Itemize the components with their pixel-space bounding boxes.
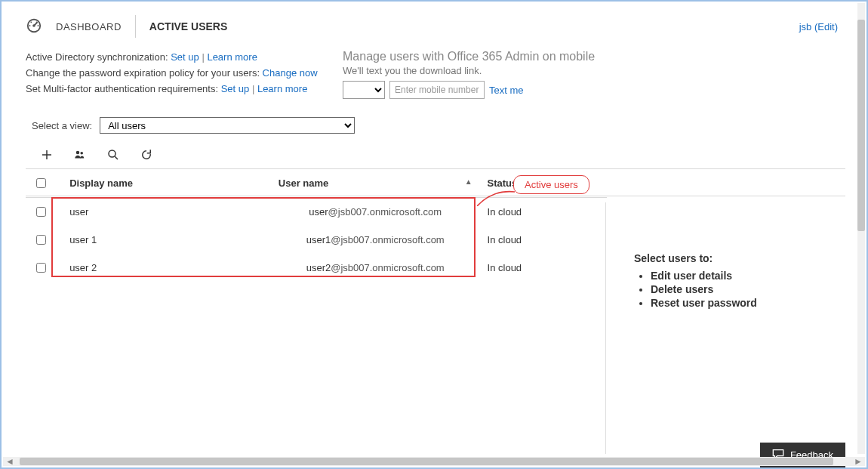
side-panel: Select users to: Edit user detailsDelete…	[634, 252, 823, 310]
svg-point-8	[80, 152, 83, 155]
row-checkbox[interactable]	[36, 235, 46, 245]
annotation-callout: Active users	[513, 175, 589, 194]
row-checkbox[interactable]	[36, 263, 46, 273]
side-separator	[605, 202, 606, 454]
mobile-promo-subtext: We'll text you the download link.	[343, 65, 833, 76]
cell-status: In cloud	[480, 226, 607, 254]
cell-display-name: user 2	[62, 254, 271, 282]
text-me-link[interactable]: Text me	[489, 85, 524, 96]
vertical-scrollbar[interactable]	[857, 3, 865, 454]
pwd-policy-label: Change the password expiration policy fo…	[26, 67, 263, 79]
svg-point-6	[38, 25, 39, 26]
cell-display-name: user 1	[62, 226, 271, 254]
svg-point-5	[36, 21, 38, 23]
search-button[interactable]	[106, 147, 121, 162]
bulk-users-button[interactable]	[72, 147, 88, 162]
mobile-number-input[interactable]	[389, 81, 485, 99]
cell-user-name: user1@jsb007.onmicrosoft.com	[271, 226, 480, 254]
view-select[interactable]: All users	[100, 117, 355, 134]
page-title: ACTIVE USERS	[149, 20, 227, 32]
svg-point-9	[109, 150, 115, 157]
dashboard-gauge-icon	[26, 17, 42, 36]
ad-sync-learn-link[interactable]: Learn more	[207, 51, 257, 63]
cell-user-name: user@jsb007.onmicrosoft.com	[271, 198, 480, 227]
col-user-name[interactable]: User name ▲	[271, 169, 480, 198]
horizontal-scrollbar[interactable]: ◄ ►	[3, 457, 865, 466]
side-action-item: Edit user details	[651, 269, 823, 282]
dashboard-link[interactable]: DASHBOARD	[56, 21, 122, 32]
select-all-checkbox[interactable]	[36, 178, 46, 188]
mobile-country-select[interactable]	[343, 81, 385, 99]
header-separator	[135, 15, 136, 38]
table-row[interactable]: useruser@jsb007.onmicrosoft.comIn cloud	[26, 198, 607, 227]
cell-user-name: user2@jsb007.onmicrosoft.com	[271, 254, 480, 282]
row-checkbox[interactable]	[36, 207, 46, 217]
user-edit-link[interactable]: jsb (Edit)	[799, 21, 838, 32]
table-row[interactable]: user 2user2@jsb007.onmicrosoft.comIn clo…	[26, 254, 607, 282]
mfa-setup-link[interactable]: Set up	[221, 83, 250, 94]
ad-sync-setup-link[interactable]: Set up	[171, 51, 199, 63]
mfa-learn-link[interactable]: Learn more	[257, 83, 307, 94]
refresh-button[interactable]	[139, 147, 154, 162]
pwd-policy-link[interactable]: Change now	[263, 67, 318, 79]
svg-point-7	[76, 151, 80, 155]
add-user-button[interactable]	[39, 147, 54, 162]
col-display-name[interactable]: Display name	[62, 169, 271, 198]
side-action-item: Delete users	[651, 282, 823, 296]
cell-status: In cloud	[480, 254, 607, 282]
cell-display-name: user	[62, 198, 271, 227]
table-row[interactable]: user 1user1@jsb007.onmicrosoft.comIn clo…	[26, 226, 607, 254]
mfa-label: Set Multi-factor authentication requirem…	[26, 83, 221, 94]
ad-sync-label: Active Directory synchronization:	[26, 51, 171, 63]
svg-point-3	[29, 25, 31, 26]
side-heading: Select users to:	[634, 252, 823, 264]
cell-status: In cloud	[480, 198, 607, 227]
svg-point-4	[30, 21, 32, 23]
view-label: Select a view:	[32, 120, 92, 131]
mobile-promo-heading: Manage users with Office 365 Admin on mo…	[343, 50, 833, 63]
svg-point-2	[32, 24, 35, 27]
sort-asc-icon: ▲	[465, 177, 472, 186]
side-action-item: Reset user password	[651, 296, 823, 310]
